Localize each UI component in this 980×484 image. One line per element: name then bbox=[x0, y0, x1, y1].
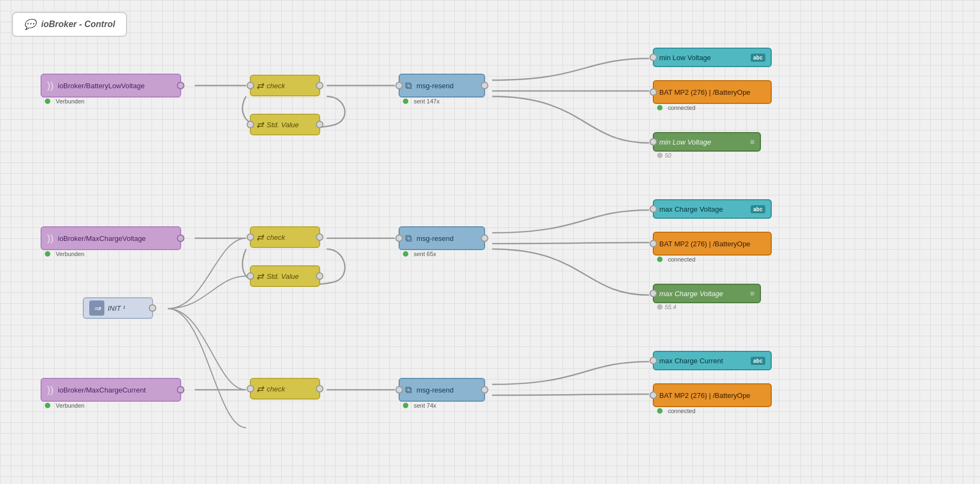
max-charge-voltage-teal-label: max Charge Voltage bbox=[659, 205, 723, 213]
min-low-voltage-green-label: min Low Voltage bbox=[659, 138, 711, 146]
max-charge-current-status: Verbunden bbox=[45, 402, 84, 409]
copy-icon-msg1: ⧉ bbox=[405, 80, 412, 91]
copy-icon-msg3: ⧉ bbox=[405, 384, 412, 396]
port-left-bat3[interactable] bbox=[650, 391, 657, 399]
min-low-voltage-value-container: 50 bbox=[657, 152, 671, 159]
green-dot-msg1 bbox=[403, 99, 408, 104]
node-msg-resend3[interactable]: ⧉ msg-resend sent 74x bbox=[399, 378, 485, 402]
port-left-check3[interactable] bbox=[247, 385, 254, 393]
port-right-check1[interactable] bbox=[316, 82, 323, 89]
port-right-check2[interactable] bbox=[316, 233, 323, 241]
node-check3[interactable]: ⇄ check bbox=[250, 378, 320, 400]
node-max-charge-voltage-teal[interactable]: max Charge Voltage abc bbox=[653, 199, 772, 219]
node-msg-resend2[interactable]: ⧉ msg-resend sent 65x bbox=[399, 226, 485, 250]
max-charge-current-label: ioBroker/MaxChargeCurrent bbox=[58, 386, 146, 394]
wave-icon-mcc: )) bbox=[47, 384, 54, 396]
port-left-check2[interactable] bbox=[247, 233, 254, 241]
port-right-mcv[interactable] bbox=[177, 234, 184, 242]
max-charge-voltage-green-label: max Charge Voltage bbox=[659, 290, 723, 298]
node-msg-resend1[interactable]: ⧉ msg-resend sent 147x bbox=[399, 74, 485, 97]
green-dot-mcc bbox=[45, 403, 50, 408]
bat-mp2-3-status: connected bbox=[657, 408, 696, 414]
port-right-std2[interactable] bbox=[316, 272, 323, 280]
abc-badge-mcvt: abc bbox=[751, 205, 765, 213]
node-max-charge-voltage-green[interactable]: max Charge Voltage ≡ 55.4 bbox=[653, 284, 761, 303]
port-left-msg3[interactable] bbox=[395, 386, 403, 394]
node-bat-mp2-2[interactable]: BAT MP2 (276) | /BatteryOpe connected bbox=[653, 232, 772, 256]
port-left-mcvg[interactable] bbox=[650, 290, 657, 297]
menu-icon-mlv: ≡ bbox=[750, 138, 754, 146]
value-dot-mcv bbox=[657, 304, 663, 310]
bat-mp2-2-label: BAT MP2 (276) | /BatteryOpe bbox=[659, 240, 750, 248]
max-charge-voltage-status: Verbunden bbox=[45, 251, 84, 257]
port-left-bat1[interactable] bbox=[650, 88, 657, 96]
port-left-check1[interactable] bbox=[247, 82, 254, 89]
green-dot-bat3 bbox=[657, 408, 663, 414]
msg-resend3-status: sent 74x bbox=[403, 402, 436, 409]
battery-low-voltage-label: ioBroker/BatteryLowVoltage bbox=[58, 82, 144, 90]
std-value1-label: Std. Value bbox=[267, 121, 299, 129]
green-dot-bat1 bbox=[657, 105, 663, 110]
port-right-std1[interactable] bbox=[316, 121, 323, 128]
wave-icon: )) bbox=[47, 80, 54, 91]
check3-label: check bbox=[267, 385, 285, 393]
node-battery-low-voltage[interactable]: )) ioBroker/BatteryLowVoltage Verbunden bbox=[41, 74, 181, 97]
node-check1[interactable]: ⇄ check bbox=[250, 75, 320, 96]
wave-icon-mcv: )) bbox=[47, 233, 54, 244]
port-right-init[interactable] bbox=[149, 304, 156, 312]
port-left-mcct[interactable] bbox=[650, 357, 657, 364]
port-right-mcc[interactable] bbox=[177, 386, 184, 394]
node-max-charge-current-teal[interactable]: max Charge Current abc bbox=[653, 351, 772, 370]
node-min-low-voltage-green[interactable]: min Low Voltage ≡ 50 bbox=[653, 132, 761, 152]
node-min-low-voltage-teal[interactable]: min Low Voltage abc bbox=[653, 48, 772, 67]
min-low-voltage-value: 50 bbox=[665, 152, 671, 159]
port-right-msg2[interactable] bbox=[481, 234, 488, 242]
node-std-value1[interactable]: ⇄ Std. Value bbox=[250, 114, 320, 135]
node-std-value2[interactable]: ⇄ Std. Value bbox=[250, 265, 320, 287]
port-left-msg2[interactable] bbox=[395, 234, 403, 242]
port-right-msg3[interactable] bbox=[481, 386, 488, 394]
port-right-msg1[interactable] bbox=[481, 82, 488, 89]
green-dot-msg2 bbox=[403, 251, 408, 257]
arrows-icon-std1: ⇄ bbox=[256, 120, 263, 130]
msg-resend3-label: msg-resend bbox=[416, 386, 454, 394]
bat-mp2-1-status: connected bbox=[657, 104, 696, 111]
abc-badge-mlv: abc bbox=[751, 54, 765, 62]
node-max-charge-voltage[interactable]: )) ioBroker/MaxChargeVoltage Verbunden bbox=[41, 226, 181, 250]
port-right-check3[interactable] bbox=[316, 385, 323, 393]
node-bat-mp2-1[interactable]: BAT MP2 (276) | /BatteryOpe connected bbox=[653, 80, 772, 104]
check1-label: check bbox=[267, 82, 285, 90]
green-dot-mcv bbox=[45, 251, 50, 257]
green-dot-msg3 bbox=[403, 403, 408, 408]
init-label: INIT ¹ bbox=[108, 304, 125, 312]
node-max-charge-current[interactable]: )) ioBroker/MaxChargeCurrent Verbunden bbox=[41, 378, 181, 402]
arrows-icon-check1: ⇄ bbox=[256, 81, 263, 91]
node-check2[interactable]: ⇄ check bbox=[250, 226, 320, 248]
msg-resend2-status: sent 65x bbox=[403, 251, 436, 257]
value-dot-mlv bbox=[657, 153, 663, 158]
node-bat-mp2-3[interactable]: BAT MP2 (276) | /BatteryOpe connected bbox=[653, 383, 772, 407]
abc-badge-mcct: abc bbox=[751, 357, 765, 365]
max-charge-voltage-value: 55.4 bbox=[665, 304, 676, 310]
port-left-mcvt[interactable] bbox=[650, 205, 657, 213]
port-left-std1[interactable] bbox=[247, 121, 254, 128]
node-init[interactable]: ⇒ INIT ¹ bbox=[83, 297, 153, 319]
port-left-bat2[interactable] bbox=[650, 240, 657, 247]
green-dot-bat2 bbox=[657, 257, 663, 262]
port-left-msg1[interactable] bbox=[395, 82, 403, 89]
green-dot bbox=[45, 99, 50, 104]
max-charge-current-teal-label: max Charge Current bbox=[659, 357, 723, 365]
max-charge-voltage-label: ioBroker/MaxChargeVoltage bbox=[58, 234, 146, 243]
bat-mp2-3-label: BAT MP2 (276) | /BatteryOpe bbox=[659, 391, 750, 400]
port-left-mlvg[interactable] bbox=[650, 138, 657, 146]
port-left-std2[interactable] bbox=[247, 272, 254, 280]
std-value2-label: Std. Value bbox=[267, 272, 299, 280]
msg-resend1-status: sent 147x bbox=[403, 98, 440, 104]
copy-icon-msg2: ⧉ bbox=[405, 233, 412, 244]
port-left-mlv[interactable] bbox=[650, 54, 657, 61]
port-right[interactable] bbox=[177, 82, 184, 89]
msg-resend2-label: msg-resend bbox=[416, 234, 454, 243]
arrows-icon-check2: ⇄ bbox=[256, 232, 263, 243]
msg-resend1-label: msg-resend bbox=[416, 82, 454, 90]
title-box: 💬 ioBroker - Control bbox=[12, 12, 127, 37]
